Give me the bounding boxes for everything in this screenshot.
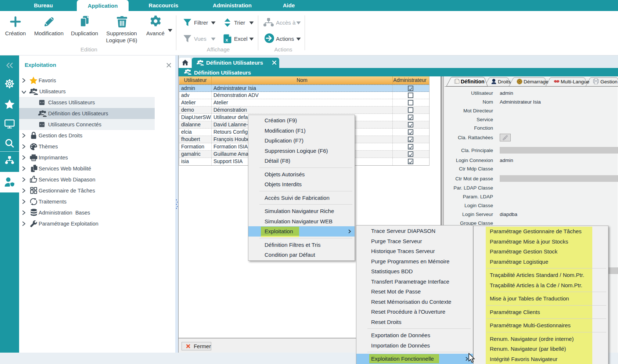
svg-text:Définition: Définition [461, 79, 485, 84]
svg-text:Multi-Langue: Multi-Langue [561, 79, 589, 84]
svg-text:Démarrage: Démarrage [524, 79, 549, 84]
svg-text:Gestion: Gestion [600, 79, 618, 84]
svg-text:Droits: Droits [498, 79, 511, 84]
svg-text:x: x [225, 37, 228, 43]
